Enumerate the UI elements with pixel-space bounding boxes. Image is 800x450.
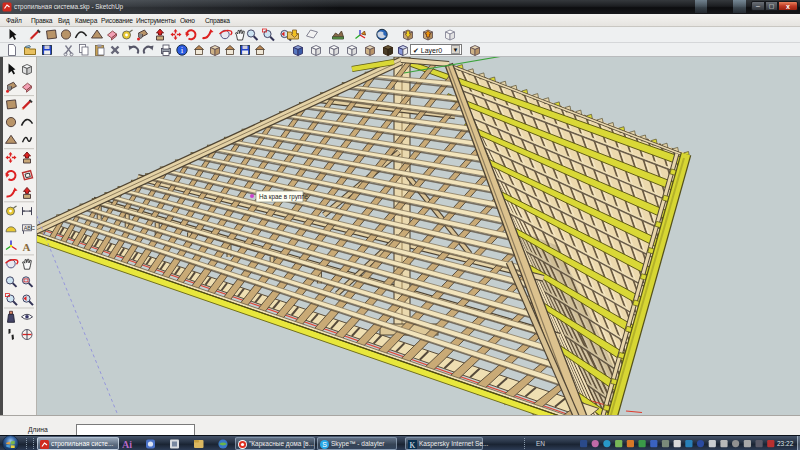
svg-text:ABC: ABC xyxy=(24,225,35,231)
svg-text:На крае в группе: На крае в группе xyxy=(259,193,309,201)
svg-text:A: A xyxy=(23,241,31,253)
